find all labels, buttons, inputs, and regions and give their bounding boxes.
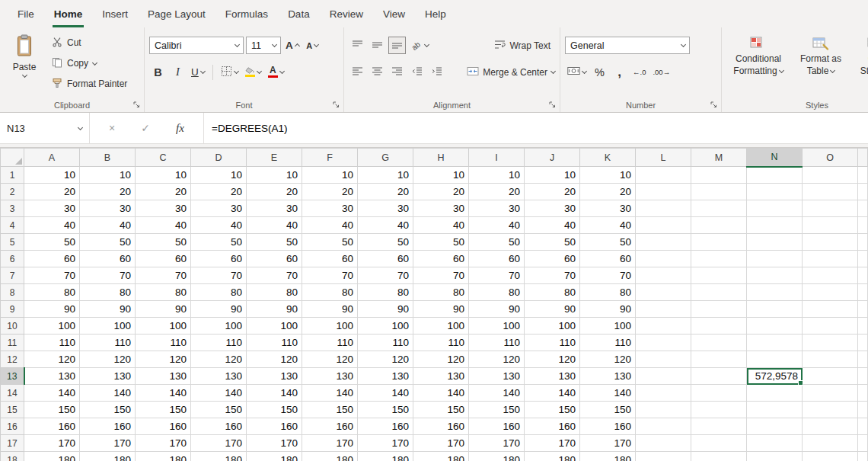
cell-I11[interactable]: 110 bbox=[469, 335, 525, 351]
format-painter-button[interactable]: Format Painter bbox=[52, 76, 127, 91]
orientation-button[interactable]: ab bbox=[408, 37, 431, 54]
cell-I15[interactable]: 150 bbox=[469, 402, 525, 418]
cell-I8[interactable]: 80 bbox=[469, 284, 525, 301]
cell-N1[interactable] bbox=[747, 167, 803, 184]
fill-color-button[interactable] bbox=[243, 63, 263, 81]
cell-E3[interactable]: 30 bbox=[247, 200, 302, 217]
formula-input[interactable]: =DEGREES(A1) bbox=[204, 113, 868, 143]
name-box-dropdown-icon[interactable] bbox=[78, 124, 83, 130]
cell-E8[interactable]: 80 bbox=[247, 284, 302, 301]
cell-H11[interactable]: 110 bbox=[413, 335, 469, 351]
cell-F10[interactable]: 100 bbox=[302, 318, 358, 335]
cell-F4[interactable]: 40 bbox=[302, 217, 358, 234]
cell-K16[interactable]: 160 bbox=[580, 418, 636, 435]
cell-L16[interactable] bbox=[636, 418, 691, 435]
cell-C3[interactable]: 30 bbox=[136, 200, 191, 217]
row-header-17[interactable]: 17 bbox=[1, 435, 24, 452]
font-size-dropdown-icon[interactable] bbox=[272, 42, 277, 47]
cell-G10[interactable]: 100 bbox=[358, 318, 413, 335]
cell-I10[interactable]: 100 bbox=[469, 318, 525, 335]
cell-C1[interactable]: 10 bbox=[136, 167, 191, 184]
cell-A1[interactable]: 10 bbox=[24, 167, 80, 184]
cell-H17[interactable]: 170 bbox=[413, 435, 469, 452]
fill-color-dropdown-icon[interactable] bbox=[257, 69, 262, 74]
row-header-13[interactable]: 13 bbox=[1, 368, 24, 385]
cell-B2[interactable]: 20 bbox=[80, 184, 136, 200]
row-header-1[interactable]: 1 bbox=[1, 167, 24, 184]
cell-D9[interactable]: 90 bbox=[191, 301, 247, 318]
tab-view[interactable]: View bbox=[373, 0, 415, 27]
cell-H1[interactable]: 10 bbox=[413, 167, 469, 184]
cell-L18[interactable] bbox=[636, 452, 691, 461]
cell-J2[interactable]: 20 bbox=[525, 184, 580, 200]
name-box[interactable]: N13 bbox=[0, 113, 90, 143]
cancel-button[interactable]: × bbox=[109, 122, 115, 134]
alignment-dialog-launcher[interactable] bbox=[548, 101, 557, 109]
cell-F18[interactable]: 180 bbox=[302, 452, 358, 461]
insert-function-button[interactable]: fx bbox=[176, 122, 184, 135]
merge-center-button[interactable]: Merge & Center bbox=[467, 63, 555, 81]
cell-E11[interactable]: 110 bbox=[247, 335, 302, 351]
borders-button[interactable] bbox=[219, 63, 241, 81]
cell-M14[interactable] bbox=[691, 385, 747, 402]
align-right-button[interactable] bbox=[388, 63, 406, 81]
column-header-J[interactable]: J bbox=[525, 149, 580, 167]
cell-A17[interactable]: 170 bbox=[24, 435, 80, 452]
cell-I1[interactable]: 10 bbox=[469, 167, 525, 184]
cell-O10[interactable] bbox=[803, 318, 858, 335]
cell-G3[interactable]: 30 bbox=[358, 200, 413, 217]
cell-L8[interactable] bbox=[636, 284, 691, 301]
number-format-dropdown-icon[interactable] bbox=[681, 42, 686, 47]
font-name-combo[interactable]: Calibri bbox=[149, 37, 244, 54]
cell-E17[interactable]: 170 bbox=[247, 435, 302, 452]
tab-formulas[interactable]: Formulas bbox=[215, 0, 278, 27]
cell-L13[interactable] bbox=[636, 368, 691, 385]
cell-D1[interactable]: 10 bbox=[191, 167, 247, 184]
cell-O16[interactable] bbox=[803, 418, 858, 435]
cell-M15[interactable] bbox=[691, 402, 747, 418]
cell-M5[interactable] bbox=[691, 234, 747, 251]
cell-D16[interactable]: 160 bbox=[191, 418, 247, 435]
cell-C15[interactable]: 150 bbox=[136, 402, 191, 418]
cell-N7[interactable] bbox=[747, 267, 803, 284]
cell-B12[interactable]: 120 bbox=[80, 351, 136, 368]
cell-J15[interactable]: 150 bbox=[525, 402, 580, 418]
cell-E18[interactable]: 180 bbox=[247, 452, 302, 461]
cell-K3[interactable]: 30 bbox=[580, 200, 636, 217]
cell-A10[interactable]: 100 bbox=[24, 318, 80, 335]
cell-F9[interactable]: 90 bbox=[302, 301, 358, 318]
cell-B4[interactable]: 40 bbox=[80, 217, 136, 234]
column-header-A[interactable]: A bbox=[24, 149, 80, 167]
cell-F2[interactable]: 20 bbox=[302, 184, 358, 200]
cell-E2[interactable]: 20 bbox=[247, 184, 302, 200]
cell-E6[interactable]: 60 bbox=[247, 251, 302, 267]
cell-D14[interactable]: 140 bbox=[191, 385, 247, 402]
align-left-button[interactable] bbox=[349, 63, 366, 81]
cell-I18[interactable]: 180 bbox=[469, 452, 525, 461]
cell-B6[interactable]: 60 bbox=[80, 251, 136, 267]
cell-B13[interactable]: 130 bbox=[80, 368, 136, 385]
cell-O7[interactable] bbox=[803, 267, 858, 284]
cell-N17[interactable] bbox=[747, 435, 803, 452]
cell-A5[interactable]: 50 bbox=[24, 234, 80, 251]
cell-D15[interactable]: 150 bbox=[191, 402, 247, 418]
conditional-formatting-button[interactable]: Conditional Formatting bbox=[726, 31, 790, 77]
cell-J11[interactable]: 110 bbox=[525, 335, 580, 351]
cell-E10[interactable]: 100 bbox=[247, 318, 302, 335]
cell-M7[interactable] bbox=[691, 267, 747, 284]
comma-style-button[interactable]: , bbox=[611, 63, 628, 81]
middle-align-button[interactable] bbox=[369, 37, 386, 54]
cell-J3[interactable]: 30 bbox=[525, 200, 580, 217]
decrease-decimal-button[interactable]: .00→ bbox=[650, 63, 672, 81]
cell-L10[interactable] bbox=[636, 318, 691, 335]
cell-D8[interactable]: 80 bbox=[191, 284, 247, 301]
cell-B14[interactable]: 140 bbox=[80, 385, 136, 402]
cell-F17[interactable]: 170 bbox=[302, 435, 358, 452]
cell-B7[interactable]: 70 bbox=[80, 267, 136, 284]
cell-N18[interactable] bbox=[747, 452, 803, 461]
row-header-18[interactable]: 18 bbox=[1, 452, 24, 461]
cell-O17[interactable] bbox=[803, 435, 858, 452]
row-header-15[interactable]: 15 bbox=[1, 402, 24, 418]
cell-G17[interactable]: 170 bbox=[358, 435, 413, 452]
cell-K4[interactable]: 40 bbox=[580, 217, 636, 234]
